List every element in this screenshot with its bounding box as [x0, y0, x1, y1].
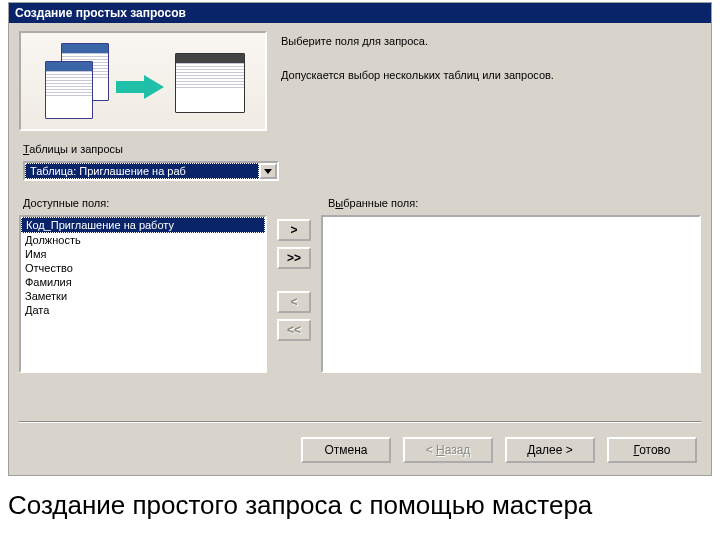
available-label: Доступные поля:	[23, 197, 328, 209]
list-item[interactable]: Должность	[21, 233, 265, 247]
move-buttons: > >> < <<	[277, 219, 311, 341]
source-selected: Таблица: Приглашение на раб	[25, 163, 259, 179]
list-item[interactable]: Дата	[21, 303, 265, 317]
intro-line1: Выберите поля для запроса.	[281, 35, 701, 47]
field-labels: Доступные поля: Выбранные поля:	[19, 197, 701, 209]
list-item[interactable]: Отчество	[21, 261, 265, 275]
finish-button[interactable]: Готово	[607, 437, 697, 463]
selected-label: Выбранные поля:	[328, 197, 418, 209]
source-combo[interactable]: Таблица: Приглашение на раб	[23, 161, 279, 181]
source-label: Таблицы и запросы	[23, 143, 701, 155]
list-item[interactable]: Заметки	[21, 289, 265, 303]
add-button[interactable]: >	[277, 219, 311, 241]
list-item[interactable]: Имя	[21, 247, 265, 261]
intro-line2: Допускается выбор нескольких таблиц или …	[281, 69, 701, 81]
add-all-button[interactable]: >>	[277, 247, 311, 269]
list-item[interactable]: Код_Приглашение на работу	[21, 217, 265, 233]
window-title: Создание простых запросов	[15, 6, 186, 20]
cancel-button[interactable]: Отмена	[301, 437, 391, 463]
remove-all-button[interactable]: <<	[277, 319, 311, 341]
wizard-window: Создание простых запросов	[8, 2, 712, 476]
titlebar: Создание простых запросов	[9, 3, 711, 23]
content-area: Выберите поля для запроса. Допускается в…	[9, 23, 711, 475]
footer-buttons: Отмена < Назад Далее > Готово	[301, 437, 697, 463]
wizard-illustration	[19, 31, 267, 131]
back-button[interactable]: < Назад	[403, 437, 493, 463]
top-row: Выберите поля для запроса. Допускается в…	[19, 31, 701, 131]
arrow-icon	[144, 75, 164, 99]
source-label-text: аблицы и запросы	[29, 143, 123, 155]
available-listbox[interactable]: Код_Приглашение на работуДолжностьИмяОтч…	[19, 215, 267, 373]
selected-listbox[interactable]	[321, 215, 701, 373]
intro-text: Выберите поля для запроса. Допускается в…	[281, 31, 701, 131]
fields-row: Код_Приглашение на работуДолжностьИмяОтч…	[19, 215, 701, 373]
remove-button[interactable]: <	[277, 291, 311, 313]
next-button[interactable]: Далее >	[505, 437, 595, 463]
list-item[interactable]: Фамилия	[21, 275, 265, 289]
chevron-down-icon[interactable]	[259, 163, 277, 179]
slide-caption: Создание простого запроса с помощью маст…	[8, 490, 592, 521]
divider	[19, 421, 701, 423]
